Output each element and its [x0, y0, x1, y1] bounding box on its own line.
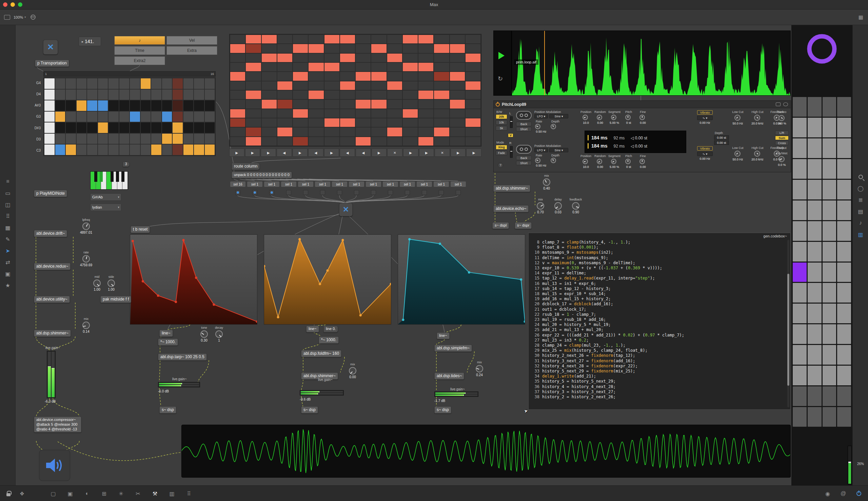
pad-cell[interactable] [837, 324, 851, 344]
matrix-cell[interactable] [277, 137, 292, 146]
pad-cell[interactable] [793, 97, 807, 117]
rate-dial[interactable] [535, 157, 543, 164]
sel-object[interactable]: sel 1 [315, 181, 330, 187]
matrix-cell[interactable] [340, 44, 355, 53]
matrix-cell[interactable] [419, 44, 433, 53]
matrix-cell[interactable] [419, 118, 433, 127]
toggle[interactable] [252, 190, 257, 195]
grid-cell[interactable] [162, 122, 172, 133]
matrix-cell[interactable] [356, 82, 371, 90]
matrix-cell[interactable] [230, 137, 245, 146]
matrix-cell[interactable] [434, 100, 449, 108]
pad-cell[interactable] [837, 201, 851, 220]
matrix-cell[interactable] [387, 35, 402, 43]
matrix-cell[interactable] [371, 44, 386, 53]
window-icon[interactable]: ▭ [0, 187, 15, 199]
lock-icon[interactable] [3, 488, 14, 499]
matrix-cell[interactable] [246, 54, 261, 62]
matrix-cell[interactable] [356, 128, 371, 136]
grid-cell[interactable] [183, 100, 194, 111]
send-object[interactable]: s~ dsp [159, 406, 176, 414]
scissors-icon[interactable]: ✂ [132, 488, 144, 499]
matrix-cell[interactable] [308, 72, 324, 81]
grid-cell[interactable] [119, 78, 130, 89]
pad-cell[interactable] [793, 303, 807, 323]
matrix-cell[interactable] [371, 100, 386, 108]
matrix-cell[interactable] [419, 63, 433, 71]
zoom-control[interactable]: 100% ▾ [13, 15, 26, 19]
lpfreq-dial[interactable]: lpfreq4897.01 [77, 218, 96, 235]
matrix-cell[interactable] [340, 54, 355, 62]
toggle[interactable] [388, 190, 393, 195]
grid-cell[interactable] [141, 78, 151, 89]
oscilloscope[interactable] [181, 425, 791, 478]
mix-dial[interactable]: mix0.14 [77, 318, 96, 334]
direction-button[interactable]: ▶ [419, 149, 434, 157]
matrix-cell[interactable] [308, 82, 324, 90]
pad-cell[interactable] [823, 118, 836, 137]
grid-cell[interactable] [55, 100, 65, 111]
matrix-cell[interactable] [308, 100, 324, 108]
pad-cell[interactable] [808, 366, 822, 385]
pointer-icon[interactable]: ➤ [0, 245, 15, 256]
grid-cell[interactable] [44, 100, 55, 111]
matrix-cell[interactable] [262, 72, 277, 81]
pad-cell[interactable] [793, 366, 807, 385]
send-object[interactable]: s~ dsp [434, 406, 451, 414]
grid-cell[interactable] [55, 122, 65, 133]
toggle[interactable] [354, 190, 359, 195]
step-grid-icon[interactable]: ⠿ [183, 488, 195, 499]
grid-cell[interactable] [162, 78, 172, 89]
filter-dial[interactable] [754, 114, 762, 122]
grid-cell[interactable] [130, 100, 140, 111]
loop-icon[interactable]: ↻ [498, 75, 503, 83]
matrix-cell[interactable] [340, 72, 355, 81]
livegrid[interactable] [43, 77, 216, 156]
step-matrix[interactable] [229, 34, 481, 147]
redux-object[interactable]: abl.device.redux~ [34, 263, 70, 270]
grid-cell[interactable] [44, 122, 55, 133]
scale-dropdown[interactable]: lydian▾ [90, 203, 121, 211]
param-dial[interactable] [597, 114, 604, 121]
grid-cell[interactable] [119, 145, 130, 155]
grid-cell[interactable] [55, 89, 65, 100]
swap-icon[interactable]: ⇄ [0, 256, 15, 268]
direction-button[interactable]: ✕ [435, 149, 450, 157]
grid-cell[interactable] [205, 134, 215, 144]
pad-cell[interactable] [823, 263, 836, 282]
matrix-cell[interactable] [308, 109, 324, 118]
grid-cell[interactable] [173, 89, 183, 100]
matrix-cell[interactable] [356, 118, 371, 127]
matrix-cell[interactable] [293, 100, 308, 108]
pad-cell[interactable] [808, 345, 822, 365]
matrix-cell[interactable] [387, 72, 402, 81]
grid-cell[interactable] [205, 89, 215, 100]
matrix-cell[interactable] [466, 128, 480, 136]
drift-object[interactable]: abl.device.drift~ [34, 230, 67, 237]
duplicate-icon[interactable]: ▣ [0, 268, 15, 279]
sel-object[interactable]: sel 1 [450, 181, 466, 187]
line-object[interactable]: line~ [306, 326, 319, 332]
short-button[interactable]: Short [516, 127, 532, 131]
matrix-cell[interactable] [356, 35, 371, 43]
matrix-cell[interactable] [293, 44, 308, 53]
send-object[interactable]: s~ dsp [301, 406, 318, 414]
matrix-cell[interactable] [277, 100, 292, 108]
pad-cell[interactable] [823, 97, 836, 117]
matrix-cell[interactable] [230, 100, 245, 108]
matrix-cell[interactable] [466, 90, 480, 99]
grid-cell[interactable] [66, 145, 76, 155]
matrix-cell[interactable] [356, 63, 371, 71]
decay-dial[interactable]: decay1 [209, 326, 229, 343]
transport-tab[interactable]: Vel [166, 36, 217, 45]
toolbar-grid-icon[interactable]: ▦ [858, 14, 863, 20]
pad-cell[interactable] [837, 242, 851, 262]
toggle[interactable] [286, 190, 291, 195]
grid-cell[interactable] [119, 100, 130, 111]
matrix-cell[interactable] [246, 82, 261, 90]
matrix-cell[interactable] [325, 72, 339, 81]
matrix-cell[interactable] [230, 44, 245, 53]
grid-cell[interactable] [130, 122, 140, 133]
pad-cell[interactable] [793, 159, 807, 179]
matrix-cell[interactable] [262, 137, 277, 146]
